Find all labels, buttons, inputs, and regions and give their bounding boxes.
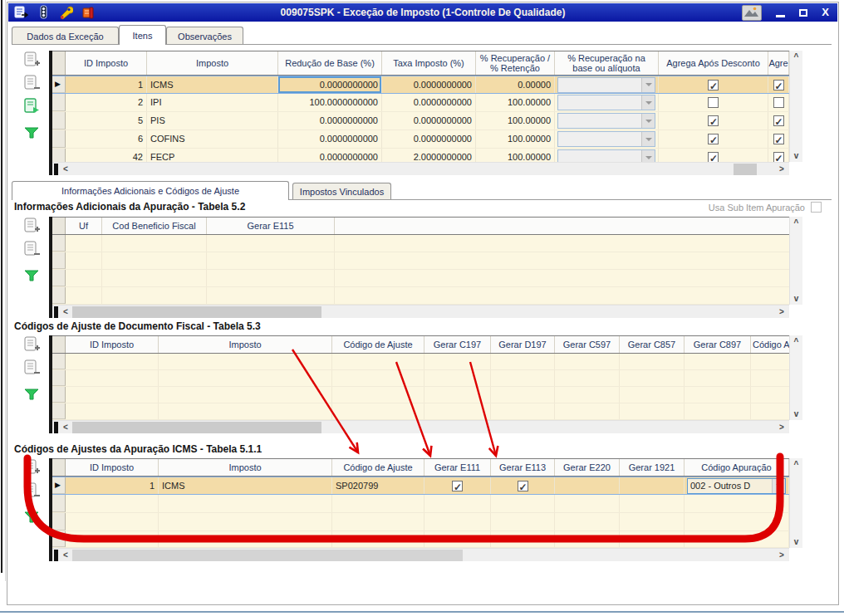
cell-id[interactable]: 1: [66, 477, 159, 494]
tab-observacoes[interactable]: Observações: [166, 27, 243, 45]
wrench-icon[interactable]: [58, 5, 73, 20]
add-row-icon[interactable]: [22, 217, 41, 235]
agrega-apos-desconto-checkbox[interactable]: [708, 134, 719, 144]
traffic-light-icon[interactable]: [36, 5, 51, 20]
cell-reducao-base[interactable]: 0.0000000000: [278, 76, 382, 93]
close-icon[interactable]: X: [822, 4, 829, 21]
cell-reducao-base[interactable]: 0.0000000000: [278, 130, 382, 148]
cell-reducao-base[interactable]: 100.0000000000: [278, 94, 382, 111]
package-icon[interactable]: [81, 5, 96, 20]
cell-recuperacao[interactable]: 0.00000: [476, 76, 555, 93]
vertical-scrollbar[interactable]: [789, 217, 802, 305]
scroll-down-icon[interactable]: [790, 151, 802, 160]
add-row-icon[interactable]: [22, 458, 41, 477]
subtab-impostos-vinculados[interactable]: Impostos Vinculados: [292, 183, 391, 200]
column-header-uf[interactable]: Uf: [66, 218, 102, 234]
column-header-gerar-e111[interactable]: Gerar E111: [424, 459, 491, 476]
column-header-imposto[interactable]: Imposto: [159, 336, 332, 353]
horizontal-scrollbar[interactable]: [52, 548, 789, 561]
empty-row[interactable]: [52, 235, 802, 252]
scrollbar-thumb[interactable]: [72, 550, 463, 561]
column-header-gerar-c857[interactable]: Gerar C857: [620, 336, 685, 353]
cell-gerar-e220[interactable]: [555, 477, 620, 494]
empty-row[interactable]: [52, 287, 802, 305]
cell-codigo-ajuste[interactable]: SP020799: [332, 477, 424, 494]
gerar-e111-checkbox[interactable]: [452, 481, 463, 491]
horizontal-scrollbar[interactable]: [52, 305, 789, 318]
cell-recuperacao[interactable]: 100.00000: [476, 130, 555, 148]
column-header-gerar-1921[interactable]: Gerar 1921: [620, 459, 685, 476]
scroll-left-icon[interactable]: [60, 421, 71, 434]
usa-sub-item-checkbox[interactable]: [811, 202, 822, 213]
cell-imposto[interactable]: PIS: [147, 112, 278, 130]
agrega-apos-desconto-checkbox[interactable]: [708, 152, 719, 162]
agrega-apos-desconto-checkbox[interactable]: [708, 115, 719, 126]
cell-recuperacao[interactable]: 100.00000: [476, 112, 555, 130]
scroll-right-icon[interactable]: [776, 163, 788, 176]
column-header-imposto[interactable]: Imposto: [147, 51, 278, 75]
cell-id[interactable]: 42: [66, 149, 147, 162]
cell-id[interactable]: 1: [66, 76, 147, 93]
column-header-gerar-c897[interactable]: Gerar C897: [685, 336, 751, 353]
column-header-cod-beneficio[interactable]: Cod Beneficio Fiscal: [102, 218, 207, 234]
recuperacao-base-dropdown[interactable]: [557, 77, 655, 93]
export-icon[interactable]: [22, 97, 41, 115]
column-header-gerar-d197[interactable]: Gerar D197: [491, 336, 555, 353]
grid-row[interactable]: 2IPI100.00000000000.0000000000100.00000: [52, 94, 802, 112]
empty-row[interactable]: [52, 354, 802, 370]
column-header-id-imposto[interactable]: ID Imposto: [66, 459, 159, 476]
vertical-scrollbar[interactable]: [789, 51, 802, 162]
recuperacao-base-dropdown[interactable]: [557, 113, 655, 129]
scroll-right-icon[interactable]: [776, 306, 788, 319]
cell-taxa-imposto[interactable]: 0.0000000000: [382, 94, 476, 111]
scroll-down-icon[interactable]: [790, 409, 802, 418]
cell-imposto[interactable]: ICMS: [159, 477, 332, 494]
codigo-apuracao-dropdown[interactable]: 002 - Outros D: [687, 478, 786, 494]
cell-imposto[interactable]: IPI: [147, 94, 278, 111]
tab-itens[interactable]: Itens: [119, 25, 166, 45]
grid-row[interactable]: 1ICMSSP020799002 - Outros D: [52, 477, 802, 495]
cell-imposto[interactable]: FECP: [147, 149, 278, 162]
agrega-2-checkbox[interactable]: [773, 97, 784, 108]
column-header-taxa-imposto[interactable]: Taxa Imposto (%): [382, 51, 476, 75]
column-header-gerar-c197[interactable]: Gerar C197: [424, 336, 491, 353]
cell-reducao-base[interactable]: 0.0000000000: [278, 149, 382, 162]
grid-row[interactable]: 5PIS0.00000000000.0000000000100.00000: [52, 112, 802, 130]
recuperacao-base-dropdown[interactable]: [557, 131, 655, 147]
empty-row[interactable]: [52, 270, 802, 287]
agrega-apos-desconto-checkbox[interactable]: [708, 97, 719, 108]
cell-id[interactable]: 6: [66, 130, 147, 148]
gerar-e113-checkbox[interactable]: [518, 481, 528, 491]
column-header-agrega-apos-desconto[interactable]: Agrega Após Desconto: [659, 51, 768, 75]
column-header-agre[interactable]: Agre: [768, 51, 789, 75]
scroll-up-icon[interactable]: [790, 337, 802, 346]
cell-imposto[interactable]: COFINS: [147, 130, 278, 148]
maximize-icon[interactable]: [799, 9, 807, 17]
cell-recuperacao[interactable]: 100.00000: [476, 149, 555, 162]
column-header-gerar-c597[interactable]: Gerar C597: [555, 336, 620, 353]
scroll-up-icon[interactable]: [790, 218, 802, 227]
scroll-down-icon[interactable]: [790, 294, 802, 303]
vertical-scrollbar[interactable]: [789, 458, 802, 548]
recuperacao-base-dropdown[interactable]: [557, 95, 655, 110]
add-row-icon[interactable]: [22, 51, 41, 69]
tab-dados-da-excecao[interactable]: Dados da Exceção: [12, 27, 119, 45]
column-header-codigo-ajuste[interactable]: Código de Ajuste: [332, 336, 424, 353]
scrollbar-thumb[interactable]: [72, 306, 321, 318]
picture-icon[interactable]: [742, 5, 762, 21]
column-header-reducao-base[interactable]: Redução de Base (%): [278, 51, 382, 75]
cell-taxa-imposto[interactable]: 0.0000000000: [382, 76, 476, 93]
column-header-gerar-e115[interactable]: Gerar E115: [207, 218, 335, 234]
column-header-id-imposto[interactable]: ID Imposto: [66, 336, 159, 353]
cell-id[interactable]: 5: [66, 112, 147, 130]
cell-imposto[interactable]: ICMS: [147, 76, 278, 93]
column-header-codigo-ajuste[interactable]: Código de Ajuste: [332, 459, 424, 476]
agrega-2-checkbox[interactable]: [773, 152, 784, 162]
empty-row[interactable]: [52, 531, 802, 548]
scroll-up-icon[interactable]: [790, 52, 802, 61]
vertical-scrollbar[interactable]: [789, 335, 802, 420]
scroll-right-icon[interactable]: [776, 421, 788, 434]
delete-row-icon[interactable]: [22, 240, 41, 258]
agrega-2-checkbox[interactable]: [773, 115, 784, 126]
column-header-recuperacao-base-aliquota[interactable]: % Recuperação na base ou alíquota: [555, 51, 659, 75]
